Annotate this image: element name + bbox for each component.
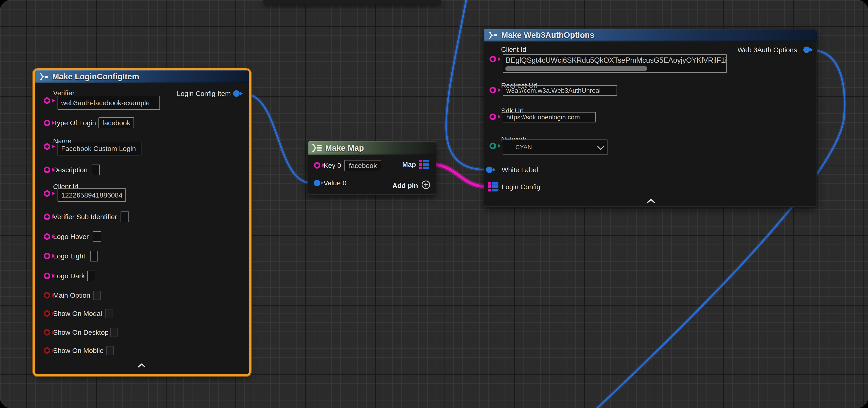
show-on-modal-checkbox[interactable] [105, 309, 113, 318]
chevron-down-icon [597, 142, 604, 150]
pin-label-show-on-desktop: Show On Desktop [53, 328, 108, 337]
wire-map-to-loginconfig[interactable] [430, 164, 487, 186]
pin-logo-hover[interactable] [44, 233, 50, 240]
add-pin-plus-icon [421, 180, 431, 191]
pin-white-label[interactable] [486, 167, 493, 173]
pin-redirect-url[interactable] [490, 87, 496, 93]
show-on-desktop-checkbox[interactable] [110, 328, 118, 337]
logo-hover-input[interactable] [93, 231, 101, 242]
wire-top-to-whitelabel[interactable] [446, 0, 485, 170]
node-title: Make LoginConfigItem [52, 72, 139, 81]
sdk-url-input[interactable]: https://sdk.openlogin.com [503, 112, 596, 123]
pin-label-client-id: Client Id [501, 45, 526, 54]
wire-top-to-whitelabel-glow [446, 0, 485, 170]
pin-show-on-desktop[interactable] [44, 329, 50, 336]
pin-key0[interactable] [314, 162, 320, 169]
collapse-node-chevron-icon[interactable] [137, 363, 146, 368]
node-make-web3authoptions[interactable]: Make Web3AuthOptions Web 3Auth Options C… [484, 29, 817, 207]
make-struct-icon [488, 31, 498, 39]
pin-show-on-modal[interactable] [44, 310, 50, 317]
client-id-input[interactable]: 1222658941886084 [58, 189, 126, 202]
verifier-sub-identifier-input[interactable] [121, 211, 129, 222]
pin-description[interactable] [44, 167, 50, 173]
pin-label-map-output: Map [402, 160, 416, 169]
logo-light-input[interactable] [90, 251, 98, 262]
pin-logo-dark[interactable] [44, 273, 50, 279]
pin-label-white-label: White Label [502, 165, 538, 174]
make-map-icon [311, 143, 323, 152]
pin-client-id[interactable] [490, 56, 496, 62]
wire-loginconfigitem-to-value0[interactable] [243, 94, 312, 183]
main-option-checkbox[interactable] [93, 291, 101, 300]
pin-label-login-config: Login Config [502, 182, 540, 191]
name-input[interactable]: Facebook Custom Login [58, 142, 142, 156]
pin-verifier-sub-identifier[interactable] [44, 213, 50, 220]
pin-logo-light[interactable] [44, 253, 50, 259]
pin-label-show-on-mobile: Show On Mobile [53, 346, 103, 355]
pin-label-logo-dark: Logo Dark [53, 271, 85, 280]
collapse-node-chevron-icon[interactable] [647, 199, 655, 203]
output-pin-label: Web 3Auth Options [738, 45, 797, 54]
make-struct-icon [39, 73, 50, 81]
pin-login-config-item-output[interactable] [233, 90, 240, 97]
node-title: Make Web3AuthOptions [501, 31, 594, 40]
network-dropdown[interactable]: CYAN [503, 139, 608, 155]
pin-label-type-of-login: Type Of Login [53, 118, 96, 127]
graph-canvas[interactable]: Make LoginConfigItem Login Config Item V… [0, 0, 868, 408]
logo-dark-input[interactable] [87, 271, 95, 281]
pin-network[interactable] [490, 143, 496, 149]
node-make-loginconfigitem-header[interactable]: Make LoginConfigItem [35, 70, 249, 83]
pin-main-option[interactable] [44, 292, 50, 299]
pin-label-show-on-modal: Show On Modal [53, 309, 102, 318]
output-pin-label: Login Config Item [177, 89, 231, 98]
node-make-web3authoptions-header[interactable]: Make Web3AuthOptions [484, 29, 817, 41]
node-make-map-header[interactable]: Make Map [308, 141, 436, 155]
pin-label-value0: Value 0 [323, 178, 346, 188]
pin-verifier[interactable] [44, 97, 50, 104]
client-id-scrollbar-thumb[interactable] [505, 66, 647, 71]
pin-web3auth-options-output[interactable] [803, 46, 810, 53]
redirect-url-input[interactable]: w3a://com.w3a.Web3AuthUnreal [503, 85, 617, 96]
wire-map-to-loginconfig-glow [430, 164, 487, 186]
add-pin-button[interactable]: Add pin [392, 180, 431, 191]
wire-loginconfigitem-to-value0-glow [243, 94, 312, 183]
add-pin-label: Add pin [392, 182, 418, 190]
node-title: Make Map [325, 143, 364, 152]
pin-client-id[interactable] [44, 190, 50, 197]
pin-label-key0: Key 0 [323, 161, 341, 170]
pin-show-on-mobile[interactable] [44, 347, 50, 354]
description-input[interactable] [92, 165, 100, 175]
pin-label-main-option: Main Option [53, 291, 90, 300]
pin-login-config[interactable] [488, 182, 498, 193]
pin-value0[interactable] [314, 180, 320, 186]
pin-type-of-login[interactable] [44, 120, 50, 126]
pin-name[interactable] [44, 143, 50, 150]
pin-label-logo-hover: Logo Hover [53, 232, 89, 241]
type-of-login-input[interactable]: facebook [98, 117, 134, 128]
pin-label-logo-light: Logo Light [53, 251, 85, 261]
blueprint-editor-window: Make LoginConfigItem Login Config Item V… [0, 0, 868, 408]
key0-input[interactable]: facebook [344, 160, 381, 171]
pin-label-verifier-sub-identifier: Verifier Sub Identifier [53, 212, 117, 221]
pin-sdk-url[interactable] [490, 113, 496, 120]
network-dropdown-value: CYAN [516, 144, 532, 150]
clipped-node-top[interactable] [264, 0, 441, 4]
node-make-loginconfigitem[interactable]: Make LoginConfigItem Login Config Item V… [35, 70, 249, 374]
show-on-mobile-checkbox[interactable] [106, 346, 114, 355]
client-id-input[interactable]: BEglQSgt4cUWcj6SKRdu5QkOXTsePmMcusG5EAoy… [503, 54, 727, 73]
pin-label-description: Description [53, 165, 88, 174]
node-make-map[interactable]: Make Map Key 0 facebook Value 0 Map Add … [308, 141, 436, 195]
client-id-text: BEglQSgt4cUWcj6SKRdu5QkOXTsePmMcusG5EAoy… [503, 55, 726, 65]
verifier-input[interactable]: web3auth-facebook-example [58, 96, 160, 110]
pin-map-output[interactable] [419, 160, 429, 170]
